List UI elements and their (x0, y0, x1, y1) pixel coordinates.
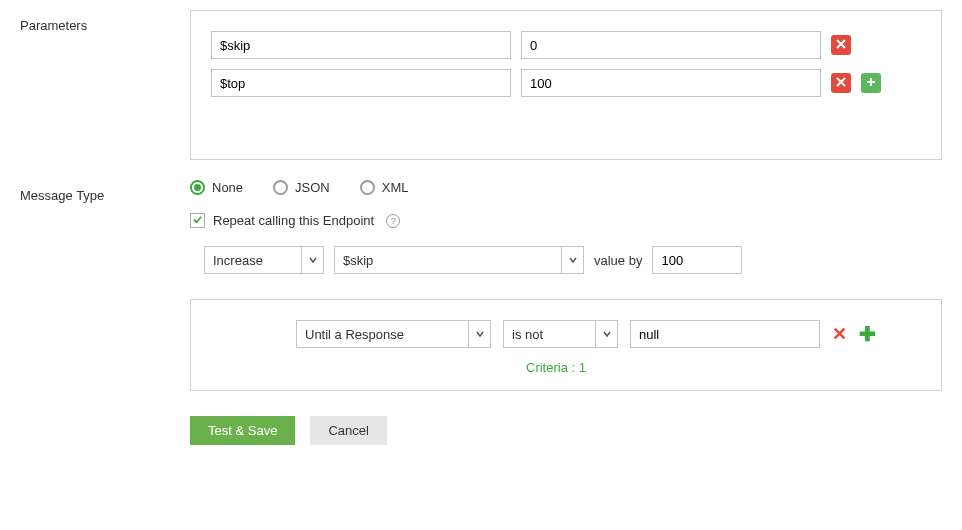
radio-label: XML (382, 180, 409, 195)
message-type-radio-group: None JSON XML (190, 180, 942, 195)
select-value: $skip (343, 253, 553, 268)
field-select[interactable]: $skip (334, 246, 584, 274)
test-save-button[interactable]: Test & Save (190, 416, 295, 445)
close-icon (835, 76, 847, 91)
check-icon (192, 213, 203, 228)
help-icon[interactable]: ? (386, 214, 400, 228)
close-icon: ✕ (832, 324, 847, 344)
criteria-container: Until a Response is not ✕ ✚ (190, 299, 942, 391)
radio-none[interactable]: None (190, 180, 243, 195)
value-by-text: value by (594, 253, 642, 268)
chevron-down-icon (561, 247, 583, 273)
criteria-condition-select[interactable]: Until a Response (296, 320, 491, 348)
criteria-operator-select[interactable]: is not (503, 320, 618, 348)
param-value-input[interactable] (521, 69, 821, 97)
radio-icon (273, 180, 288, 195)
criteria-count-label: Criteria : 1 (526, 360, 916, 375)
add-param-button[interactable] (861, 73, 881, 93)
parameters-container (190, 10, 942, 160)
chevron-down-icon (595, 321, 617, 347)
criteria-value-input[interactable] (630, 320, 820, 348)
chevron-down-icon (468, 321, 490, 347)
plus-icon: ✚ (859, 323, 876, 345)
plus-icon (865, 76, 877, 91)
param-key-input[interactable] (211, 31, 511, 59)
repeat-label: Repeat calling this Endpoint (213, 213, 374, 228)
param-key-input[interactable] (211, 69, 511, 97)
action-select[interactable]: Increase (204, 246, 324, 274)
message-type-label: Message Type (20, 180, 190, 203)
parameters-label: Parameters (20, 10, 190, 33)
radio-label: None (212, 180, 243, 195)
radio-json[interactable]: JSON (273, 180, 330, 195)
param-row (211, 69, 921, 97)
select-value: Increase (213, 253, 293, 268)
param-row (211, 31, 921, 59)
repeat-checkbox[interactable] (190, 213, 205, 228)
remove-param-button[interactable] (831, 73, 851, 93)
select-value: Until a Response (305, 327, 460, 342)
remove-param-button[interactable] (831, 35, 851, 55)
select-value: is not (512, 327, 587, 342)
remove-criteria-button[interactable]: ✕ (832, 323, 847, 345)
chevron-down-icon (301, 247, 323, 273)
add-criteria-button[interactable]: ✚ (859, 322, 876, 346)
cancel-button[interactable]: Cancel (310, 416, 386, 445)
close-icon (835, 38, 847, 53)
radio-icon (360, 180, 375, 195)
param-value-input[interactable] (521, 31, 821, 59)
radio-xml[interactable]: XML (360, 180, 409, 195)
increase-amount-input[interactable] (652, 246, 742, 274)
radio-label: JSON (295, 180, 330, 195)
radio-icon (190, 180, 205, 195)
